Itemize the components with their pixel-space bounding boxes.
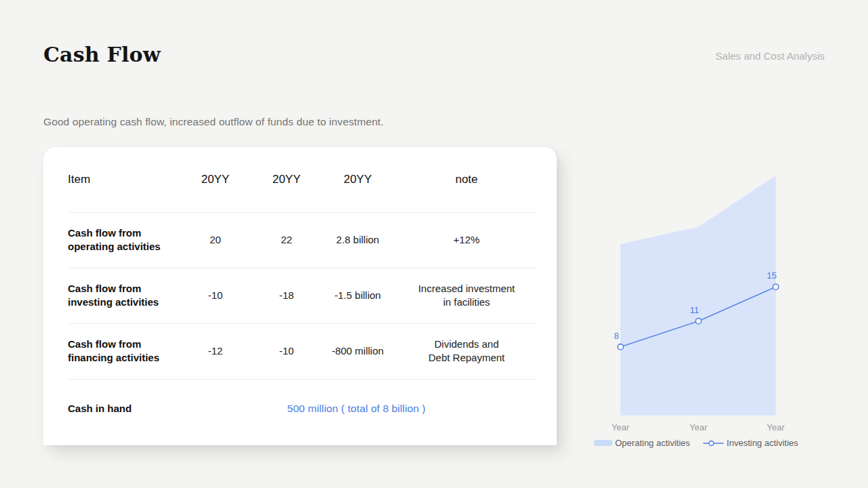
cash-flow-table: Item 20YY 20YY 20YY note Cash flow from … xyxy=(68,147,536,439)
col-header-note: note xyxy=(397,147,536,212)
chart-legend: Operating activities Investing activitie… xyxy=(594,438,798,448)
cell-value: -1.5 billion xyxy=(319,268,397,323)
table-row-cash-in-hand: Cash in hand 500 million ( total of 8 bi… xyxy=(68,379,536,439)
cell-note: Increased investment in facilities xyxy=(397,268,536,323)
table-header-row: Item 20YY 20YY 20YY note xyxy=(68,147,536,212)
investing-point-0 xyxy=(618,344,623,350)
row-label: Cash in hand xyxy=(68,379,176,439)
col-header-year1: 20YY xyxy=(176,147,254,212)
x-axis-label-1: Year xyxy=(690,422,708,432)
slide: Cash Flow Sales and Cost Analysis Good o… xyxy=(0,0,868,488)
cell-note: Dividends and Debt Repayment xyxy=(397,323,536,379)
investing-point-label-0: 8 xyxy=(614,331,618,341)
col-header-item: Item xyxy=(68,147,176,212)
cell-value: -12 xyxy=(176,323,254,379)
cell-value: 2.8 billion xyxy=(319,212,397,268)
row-label: Cash flow from investing activities xyxy=(68,268,176,323)
cell-note: +12% xyxy=(397,212,536,268)
cell-value: -10 xyxy=(254,323,319,379)
legend-label-operating: Operating activities xyxy=(615,438,690,448)
cell-value: 22 xyxy=(254,212,319,268)
table-row-financing: Cash flow from financing activities -12 … xyxy=(68,323,536,379)
legend-label-investing: Investing activities xyxy=(727,438,799,448)
cell-value: -10 xyxy=(176,268,254,323)
row-label: Cash flow from operating activities xyxy=(68,212,176,268)
operating-area-series xyxy=(620,176,776,415)
header-subtitle-right: Sales and Cost Analysis xyxy=(715,50,825,62)
cash-in-hand-value: 500 million ( total of 8 billion ) xyxy=(176,379,536,439)
chart-plot-area: 8 11 15 Year Year Year xyxy=(583,169,834,435)
cash-flow-table-card: Item 20YY 20YY 20YY note Cash flow from … xyxy=(43,147,557,445)
legend-item-operating: Operating activities xyxy=(594,438,690,448)
x-axis-label-0: Year xyxy=(612,422,630,432)
legend-item-investing: Investing activities xyxy=(703,438,799,448)
cell-value: -800 million xyxy=(319,323,397,379)
investing-point-label-2: 15 xyxy=(767,270,776,281)
table-row-investing: Cash flow from investing activities -10 … xyxy=(68,268,536,323)
cell-value: 20 xyxy=(176,212,254,268)
line-marker-icon xyxy=(703,440,724,447)
x-axis-label-2: Year xyxy=(767,422,785,432)
investing-point-label-1: 11 xyxy=(690,305,699,315)
table-row-operating: Cash flow from operating activities 20 2… xyxy=(68,212,536,268)
col-header-year2: 20YY xyxy=(254,147,319,212)
investing-point-1 xyxy=(696,319,701,324)
row-label: Cash flow from financing activities xyxy=(68,323,176,379)
col-header-year3: 20YY xyxy=(319,147,397,212)
cell-value: -18 xyxy=(254,268,319,323)
cash-flow-chart: 8 11 15 Year Year Year Operating activit… xyxy=(583,169,834,461)
slide-description: Good operating cash flow, increased outf… xyxy=(43,116,384,128)
page-title: Cash Flow xyxy=(43,43,161,66)
investing-point-2 xyxy=(773,284,778,289)
operating-swatch-icon xyxy=(594,440,612,446)
